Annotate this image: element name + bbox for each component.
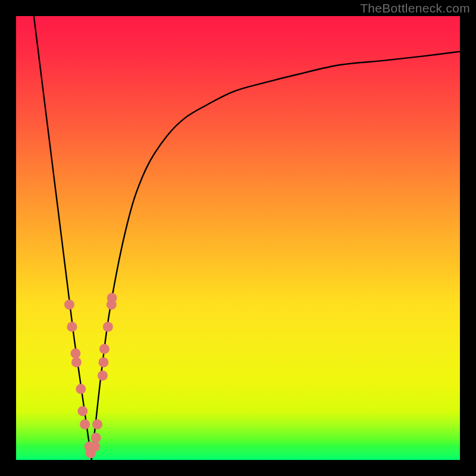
right-branch-curve [92,52,460,460]
chart-marker [98,357,108,367]
chart-marker [98,371,108,381]
chart-marker [67,322,77,332]
chart-marker [71,357,82,367]
chart-marker [103,322,113,332]
chart-marker [76,384,86,394]
chart-marker [70,348,80,358]
watermark-label: TheBottleneck.com [360,1,470,15]
chart-marker [64,299,74,309]
chart-marker [107,293,117,303]
chart-marker [91,433,101,443]
chart-marker [92,419,102,430]
chart-marker [80,419,90,430]
chart-svg [16,16,460,460]
chart-marker [99,344,109,354]
chart-marker [90,441,100,452]
chart-plot-area [16,16,460,460]
chart-marker [77,406,87,416]
chart-frame: TheBottleneck.com [0,0,476,476]
